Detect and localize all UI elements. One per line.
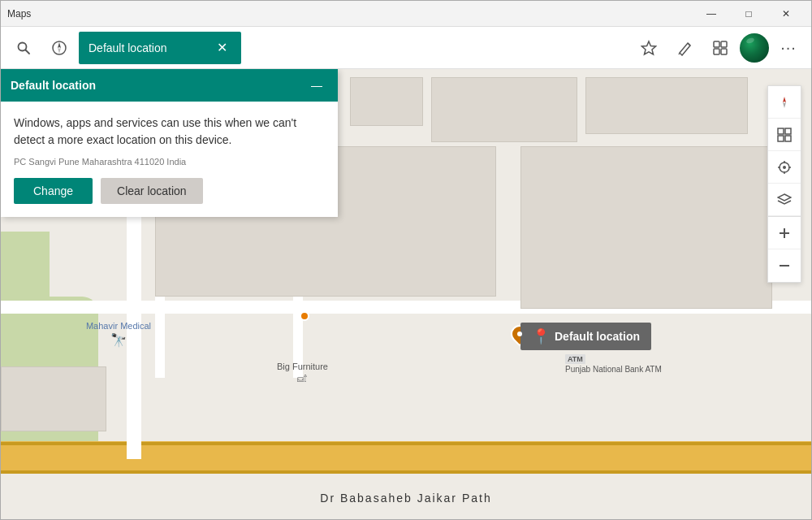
green-area-left2 xyxy=(1,232,50,329)
svg-marker-5 xyxy=(642,41,656,54)
more-button[interactable]: ··· xyxy=(772,32,805,64)
location-nav-button[interactable] xyxy=(43,32,76,64)
main-road-yellow-stripe2 xyxy=(1,470,811,474)
minus-icon xyxy=(778,259,791,272)
globe-button[interactable] xyxy=(740,33,769,63)
zoom-out-control[interactable] xyxy=(768,249,801,282)
location-bar-close-icon[interactable]: ✕ xyxy=(212,38,231,58)
popup-header: Default location — xyxy=(1,69,338,102)
main-road-yellow-stripe xyxy=(1,442,811,445)
ink-button[interactable] xyxy=(668,32,701,64)
minimize-button[interactable]: — xyxy=(693,1,730,27)
layers-control[interactable] xyxy=(768,184,801,216)
compass-icon xyxy=(51,40,67,56)
svg-rect-14 xyxy=(778,136,784,141)
svg-rect-7 xyxy=(721,41,727,47)
svg-rect-8 xyxy=(714,49,719,54)
svg-rect-12 xyxy=(778,128,784,134)
app-title: Maps xyxy=(7,8,693,20)
layers-icon xyxy=(777,193,792,207)
popup-panel: Default location — Windows, apps and ser… xyxy=(1,69,338,217)
svg-marker-4 xyxy=(58,48,61,54)
star-icon xyxy=(641,40,657,56)
compass-arrow-icon xyxy=(777,95,792,110)
compass-control[interactable] xyxy=(768,86,801,119)
svg-rect-15 xyxy=(785,136,791,141)
search-icon xyxy=(16,41,31,55)
popup-minimize-button[interactable]: — xyxy=(305,74,328,97)
building-top-center xyxy=(431,77,577,142)
svg-point-17 xyxy=(783,166,786,169)
app-bar: Default location ✕ ··· xyxy=(1,27,811,69)
svg-marker-11 xyxy=(783,102,786,108)
svg-marker-3 xyxy=(58,42,61,48)
map-area[interactable]: Mahavir Medical 🔭 Big Furniture 🛋 ATM Pu… xyxy=(1,69,811,520)
svg-marker-10 xyxy=(783,97,786,102)
app-bar-right: ··· xyxy=(633,32,805,64)
grid-view-control[interactable] xyxy=(768,119,801,151)
map-controls xyxy=(767,85,801,283)
building-right-1 xyxy=(520,146,772,309)
search-button[interactable] xyxy=(7,32,40,64)
pin-center xyxy=(517,332,522,336)
pen-icon xyxy=(676,40,693,56)
grid-icon xyxy=(777,128,792,142)
building-top-right xyxy=(585,77,748,134)
default-location-tooltip: 📍 Default location xyxy=(520,323,651,350)
popup-actions: Change Clear location xyxy=(14,178,325,204)
maximize-button[interactable]: □ xyxy=(730,1,767,27)
plus-icon xyxy=(778,227,791,240)
change-button[interactable]: Change xyxy=(14,178,93,204)
building-top-left xyxy=(350,77,423,126)
svg-rect-6 xyxy=(714,41,719,47)
share-icon xyxy=(712,40,728,56)
building-bottom-left xyxy=(1,366,106,431)
popup-title: Default location xyxy=(11,79,305,92)
svg-marker-22 xyxy=(778,194,791,201)
road-small-2 xyxy=(293,297,303,378)
close-button[interactable]: ✕ xyxy=(767,1,805,27)
location-bar-text: Default location xyxy=(89,41,212,54)
location-bar[interactable]: Default location ✕ xyxy=(79,32,241,64)
title-bar: Maps — □ ✕ xyxy=(1,1,811,27)
svg-line-1 xyxy=(26,50,30,54)
clear-location-button[interactable]: Clear location xyxy=(101,178,203,204)
svg-rect-13 xyxy=(785,128,791,134)
popup-location-text: PC Sangvi Pune Maharashtra 411020 India xyxy=(14,157,325,167)
zoom-in-control[interactable] xyxy=(768,217,801,249)
locate-icon xyxy=(777,160,792,175)
favorites-button[interactable] xyxy=(633,32,665,64)
app-bar-left: Default location ✕ xyxy=(7,32,241,64)
popup-description: Windows, apps and services can use this … xyxy=(14,115,325,149)
main-road-yellow xyxy=(1,441,811,472)
popup-body: Windows, apps and services can use this … xyxy=(1,102,338,217)
share-button[interactable] xyxy=(704,32,736,64)
orange-location-dot xyxy=(300,311,309,321)
svg-rect-9 xyxy=(721,49,727,54)
more-icon: ··· xyxy=(780,38,797,57)
window-controls: — □ ✕ xyxy=(693,1,805,27)
road-small-1 xyxy=(155,297,165,378)
locate-me-control[interactable] xyxy=(768,151,801,184)
